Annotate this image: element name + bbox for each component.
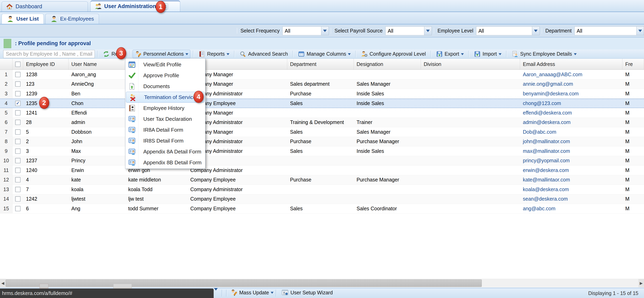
department-select[interactable]: All bbox=[574, 26, 644, 35]
chevron-down-icon bbox=[461, 53, 464, 57]
horizontal-scrollbar[interactable]: ◀ ▶ bbox=[0, 279, 644, 287]
mass-update-button[interactable]: Mass Update bbox=[230, 289, 274, 296]
column-header-fre[interactable]: Fre bbox=[622, 59, 644, 70]
row-number-label: 10 bbox=[4, 158, 9, 164]
chevron-down-icon[interactable] bbox=[636, 26, 644, 35]
table-row[interactable]: 124katekate middletonCompany EmployeePur… bbox=[0, 175, 644, 185]
employee-level-select[interactable]: All bbox=[476, 26, 540, 35]
cell-email[interactable]: annie.ong@gmail.com bbox=[520, 80, 622, 89]
pending-approval-swatch bbox=[4, 39, 11, 48]
row-checkbox[interactable] bbox=[15, 168, 20, 173]
tab-ex-employees[interactable]: Ex-Employees bbox=[45, 14, 99, 24]
row-checkbox[interactable] bbox=[15, 110, 20, 116]
chevron-down-icon[interactable] bbox=[532, 26, 540, 35]
column-header-designation[interactable]: Designation bbox=[354, 59, 421, 70]
personnel-actions-button[interactable]: Personnel Actions bbox=[133, 50, 190, 58]
scroll-left-arrow-icon[interactable]: ◀ bbox=[0, 279, 6, 287]
cell-email[interactable]: erwin@deskera.com bbox=[520, 166, 622, 175]
column-header-email-address[interactable]: Email Address bbox=[520, 59, 622, 70]
sync-employee-details-button[interactable]: Sync Employee Details bbox=[510, 50, 579, 58]
select-all-checkbox[interactable] bbox=[15, 62, 20, 67]
search-input[interactable] bbox=[3, 50, 95, 58]
table-row[interactable]: 31239BenCompany AdministratorPurchaseIns… bbox=[0, 89, 644, 98]
cell-email[interactable]: effendi@deskera.com bbox=[520, 108, 622, 118]
table-row[interactable]: 111240Erwinerwin gohCompany Administrato… bbox=[0, 166, 644, 175]
chevron-down-icon[interactable] bbox=[321, 26, 328, 35]
cell-email[interactable]: admin@deskera.com bbox=[520, 118, 622, 127]
cell-email[interactable]: Aaron_anaaag@ABC.com bbox=[520, 70, 622, 79]
frequency-select[interactable]: All bbox=[282, 26, 329, 35]
tab-user-list[interactable]: User List bbox=[2, 14, 44, 24]
advanced-search-button[interactable]: Advanced Search bbox=[238, 50, 290, 58]
scrollbar-track[interactable] bbox=[482, 279, 638, 287]
row-checkbox[interactable] bbox=[15, 206, 20, 211]
cell-email[interactable]: sean@deskera.com bbox=[520, 194, 622, 204]
row-checkbox[interactable] bbox=[15, 177, 20, 182]
menu-item-view-edit-profile[interactable]: View/Edit Profile bbox=[125, 59, 205, 70]
table-row[interactable]: 75DobbsonCompany ManagerSalesSales Manag… bbox=[0, 127, 644, 137]
configure-approval-level-button[interactable]: Configure Approval Level bbox=[359, 50, 428, 58]
column-header-employee-id[interactable]: Employee ID bbox=[23, 59, 68, 70]
row-checkbox[interactable] bbox=[15, 72, 20, 77]
scroll-right-arrow-icon[interactable]: ▶ bbox=[638, 279, 644, 287]
row-number-header[interactable] bbox=[0, 59, 12, 70]
menu-item-documents[interactable]: Documents bbox=[125, 81, 205, 92]
cell-email[interactable]: max@mallinator.com bbox=[520, 146, 622, 156]
cell-email[interactable]: chong@123.com bbox=[520, 99, 622, 108]
table-row[interactable]: 51241EffendiCompany Managereffendi@deske… bbox=[0, 108, 644, 118]
menu-item-user-tax-declaration[interactable]: User Tax Declaration bbox=[125, 114, 205, 124]
payroll-source-select[interactable]: All bbox=[386, 26, 432, 35]
row-checkbox[interactable] bbox=[15, 139, 20, 144]
table-row[interactable]: 11238Aaron_angCompany ManagerAaron_anaaa… bbox=[0, 70, 644, 80]
cell-email[interactable]: john@mallinator.com bbox=[520, 137, 622, 146]
row-checkbox[interactable] bbox=[15, 91, 20, 96]
table-row[interactable]: 82JohnCompany AdministratorPurchasePurch… bbox=[0, 137, 644, 146]
table-row[interactable]: 2123AnnieOngCompany ManagerSales departm… bbox=[0, 80, 644, 89]
manage-columns-button[interactable]: Manage Columns bbox=[296, 50, 353, 58]
tab-dashboard[interactable]: Dashboard bbox=[2, 2, 88, 12]
menu-item-ir8s-detail-form[interactable]: IR8S Detail Form bbox=[125, 135, 205, 146]
table-row[interactable]: 628adminCompany AdministratorTraining & … bbox=[0, 118, 644, 128]
toolbar-separator bbox=[292, 50, 293, 58]
menu-item-approve-profile[interactable]: Approve Profile bbox=[125, 70, 205, 81]
row-checkbox[interactable] bbox=[15, 187, 20, 192]
cell-email[interactable]: benyamin@deskera.com bbox=[520, 89, 622, 98]
row-checkbox[interactable] bbox=[15, 148, 20, 154]
column-header-user-name[interactable]: User Name bbox=[68, 59, 125, 70]
cell-email[interactable]: princy@yopmail.com bbox=[520, 156, 622, 166]
hidden-select-arrow-icon[interactable] bbox=[214, 290, 218, 296]
row-checkbox[interactable] bbox=[15, 129, 20, 135]
menu-item-ir8a-detail-form[interactable]: IR8A Detail Form bbox=[125, 124, 205, 135]
row-checkbox[interactable] bbox=[15, 158, 20, 163]
row-checkbox[interactable] bbox=[15, 81, 20, 87]
table-row[interactable]: 93MaxCompany AdministratorSalesInside Sa… bbox=[0, 146, 644, 156]
menu-item-employee-history[interactable]: Employee History bbox=[125, 103, 205, 114]
user-setup-wizard-button[interactable]: User Setup Wizard bbox=[282, 289, 333, 296]
cell-email[interactable]: kate@mallintaor.com bbox=[520, 175, 622, 185]
row-checkbox[interactable]: ✓ bbox=[15, 100, 20, 106]
table-row[interactable]: 141242ljwtestljw testCompany Employeesea… bbox=[0, 194, 644, 204]
column-header-department[interactable]: Department bbox=[287, 59, 354, 70]
select-all-header[interactable] bbox=[12, 59, 23, 70]
cell-email[interactable]: koala@deskera.com bbox=[520, 185, 622, 194]
cell-dept bbox=[287, 108, 354, 118]
row-checkbox[interactable] bbox=[15, 196, 20, 202]
import-button[interactable]: Import bbox=[472, 50, 504, 58]
cell-email[interactable]: ang@abc.com bbox=[520, 204, 622, 213]
table-row[interactable]: 156Angtodd SummerCompany EmployeeSalesSa… bbox=[0, 204, 644, 214]
row-checkbox[interactable] bbox=[15, 120, 20, 125]
menu-item-appendix-8a-detail-form[interactable]: Appendix 8A Detail Form bbox=[125, 146, 205, 157]
reports-button[interactable]: Reports bbox=[196, 50, 232, 58]
cell-email[interactable]: Dob@abc.com bbox=[520, 127, 622, 137]
table-row[interactable]: 137koalakoala ToddCompany Administratork… bbox=[0, 185, 644, 194]
table-row[interactable]: 4✓1235ChonCompany EmployeeSalesInside Sa… bbox=[0, 98, 644, 108]
table-row[interactable]: 101237Princyprincy@yopmail.comM bbox=[0, 156, 644, 166]
chevron-down-icon[interactable] bbox=[424, 26, 432, 35]
column-header-division[interactable]: Division bbox=[421, 59, 520, 70]
menu-item-appendix-8b-detail-form[interactable]: Appendix 8B Detail Form bbox=[125, 157, 205, 168]
chevron-down-icon bbox=[499, 53, 502, 57]
export-button[interactable]: Export bbox=[434, 50, 466, 58]
scrollbar-thumb[interactable] bbox=[6, 280, 482, 287]
tab-user-administration[interactable]: User Administration ✕ bbox=[90, 0, 180, 12]
menu-item-termination-of-service[interactable]: Termination of Service bbox=[126, 92, 204, 103]
